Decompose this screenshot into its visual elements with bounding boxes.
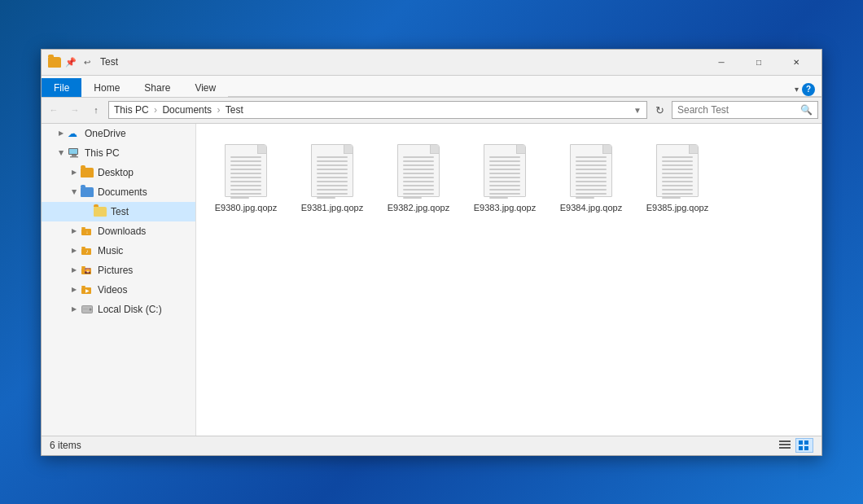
close-button[interactable]: ✕ <box>778 49 815 75</box>
file-icon-3 <box>480 140 529 197</box>
pc-icon <box>68 147 81 159</box>
expand-arrow-music[interactable] <box>68 244 81 257</box>
file-icon-5 <box>653 140 702 197</box>
addressbar-area: ← → ↑ This PC › Documents › Test ▼ ↻ 🔍 <box>42 98 821 124</box>
sidebar-item-music[interactable]: ♪ Music <box>42 241 195 261</box>
address-dropdown-icon[interactable]: ▼ <box>633 106 642 115</box>
details-view-button[interactable] <box>776 438 794 453</box>
folder-icon-test <box>94 207 107 217</box>
breadcrumb-this-pc[interactable]: This PC <box>114 104 149 116</box>
sidebar-item-onedrive[interactable]: ☁ OneDrive <box>42 124 195 143</box>
svg-text:🌄: 🌄 <box>85 268 91 274</box>
sidebar-item-desktop[interactable]: Desktop <box>42 163 195 182</box>
svg-text:▶: ▶ <box>85 288 90 293</box>
svg-rect-3 <box>70 156 78 158</box>
sidebar: ☁ OneDrive This PC Desktop <box>42 124 196 436</box>
sidebar-label-documents: Documents <box>98 186 147 198</box>
status-item-count: 6 items <box>50 440 776 451</box>
file-icon-2 <box>394 140 443 197</box>
folder-icon-title <box>48 55 61 68</box>
svg-rect-14 <box>81 286 85 287</box>
explorer-window: 📌 ↩ Test ─ □ ✕ File Home Share View ▾ ? … <box>41 49 822 456</box>
help-icon[interactable]: ? <box>802 83 815 96</box>
pictures-icon: 🌄 <box>81 265 94 276</box>
expand-arrow-onedrive[interactable] <box>55 127 68 140</box>
sidebar-label-pictures: Pictures <box>98 265 133 276</box>
file-label-3: E9383.jpg.qopz <box>474 202 536 213</box>
search-input[interactable] <box>677 104 800 116</box>
expand-arrow-desktop[interactable] <box>68 166 81 179</box>
maximize-button[interactable]: □ <box>740 49 778 75</box>
sidebar-label-test: Test <box>111 206 129 217</box>
expand-arrow-pictures[interactable] <box>68 264 81 277</box>
sidebar-label-this-pc: This PC <box>85 147 120 159</box>
ribbon-tabs: File Home Share View ▾ ? <box>42 76 821 97</box>
hdd-icon <box>81 304 94 315</box>
sidebar-item-videos[interactable]: ▶ Videos <box>42 280 195 300</box>
content-area: E9380.jpg.qopz E9381.jpg.qopz <box>196 124 821 436</box>
sidebar-item-local-disk[interactable]: Local Disk (C:) <box>42 300 195 319</box>
file-item-3[interactable]: E9383.jpg.qopz <box>468 137 541 217</box>
folder-icon-documents <box>81 187 94 197</box>
cloud-icon: ☁ <box>68 129 81 138</box>
forward-button[interactable]: → <box>66 101 84 119</box>
tab-file[interactable]: File <box>42 78 81 97</box>
address-breadcrumb: This PC › Documents › Test <box>114 104 243 116</box>
undo-icon[interactable]: ↩ <box>81 55 94 68</box>
breadcrumb-test[interactable]: Test <box>226 104 243 116</box>
file-item-0[interactable]: E9380.jpg.qopz <box>209 137 283 217</box>
large-icons-view-button[interactable] <box>795 438 813 453</box>
file-label-4: E9384.jpg.qopz <box>560 202 622 213</box>
svg-rect-8 <box>81 247 85 248</box>
tab-home[interactable]: Home <box>81 78 132 97</box>
address-box[interactable]: This PC › Documents › Test ▼ <box>108 101 647 119</box>
expand-arrow-this-pc[interactable] <box>55 147 68 160</box>
svg-rect-23 <box>799 440 803 445</box>
quick-access-icon: 📌 <box>64 55 77 68</box>
titlebar: 📌 ↩ Test ─ □ ✕ <box>42 50 821 76</box>
up-button[interactable]: ↑ <box>87 101 105 119</box>
sidebar-item-pictures[interactable]: 🌄 Pictures <box>42 261 195 280</box>
refresh-button[interactable]: ↻ <box>651 101 668 119</box>
statusbar: 6 items <box>42 436 821 455</box>
file-icon-4 <box>567 140 615 197</box>
tab-share[interactable]: Share <box>132 78 182 97</box>
sidebar-label-videos: Videos <box>98 284 127 296</box>
sidebar-item-test[interactable]: Test <box>42 202 195 221</box>
svg-rect-2 <box>72 155 77 156</box>
minimize-button[interactable]: ─ <box>703 49 740 75</box>
file-label-0: E9380.jpg.qopz <box>215 202 277 213</box>
file-icon-0 <box>221 140 270 197</box>
sidebar-label-local-disk: Local Disk (C:) <box>98 304 162 315</box>
search-box[interactable]: 🔍 <box>672 101 818 119</box>
expand-arrow-documents[interactable] <box>68 186 81 199</box>
tab-view[interactable]: View <box>182 78 228 97</box>
sidebar-item-downloads[interactable]: ↓ Downloads <box>42 221 195 241</box>
sidebar-label-downloads: Downloads <box>98 226 146 237</box>
svg-rect-11 <box>81 266 85 268</box>
expand-arrow-videos[interactable] <box>68 283 81 296</box>
back-button[interactable]: ← <box>45 101 63 119</box>
search-icon[interactable]: 🔍 <box>800 104 813 116</box>
svg-text:♪: ♪ <box>85 248 89 254</box>
file-item-1[interactable]: E9381.jpg.qopz <box>296 137 369 217</box>
file-item-2[interactable]: E9382.jpg.qopz <box>382 137 455 217</box>
svg-text:↓: ↓ <box>86 230 89 234</box>
expand-arrow-downloads[interactable] <box>68 225 81 238</box>
svg-rect-25 <box>799 446 803 450</box>
svg-rect-24 <box>804 440 808 445</box>
file-label-2: E9382.jpg.qopz <box>388 202 449 213</box>
sidebar-item-documents[interactable]: Documents <box>42 182 195 202</box>
svg-point-18 <box>90 308 92 310</box>
expand-arrow-local-disk[interactable] <box>68 303 81 316</box>
file-item-5[interactable]: E9385.jpg.qopz <box>641 137 714 217</box>
titlebar-icons: 📌 ↩ <box>48 55 94 68</box>
svg-rect-5 <box>81 227 85 229</box>
sidebar-label-desktop: Desktop <box>98 167 134 178</box>
chevron-down-icon[interactable]: ▾ <box>795 85 799 94</box>
file-item-4[interactable]: E9384.jpg.qopz <box>554 137 628 217</box>
svg-rect-26 <box>804 446 808 450</box>
svg-rect-22 <box>779 447 791 449</box>
breadcrumb-documents[interactable]: Documents <box>162 104 212 116</box>
sidebar-item-this-pc[interactable]: This PC <box>42 143 195 163</box>
